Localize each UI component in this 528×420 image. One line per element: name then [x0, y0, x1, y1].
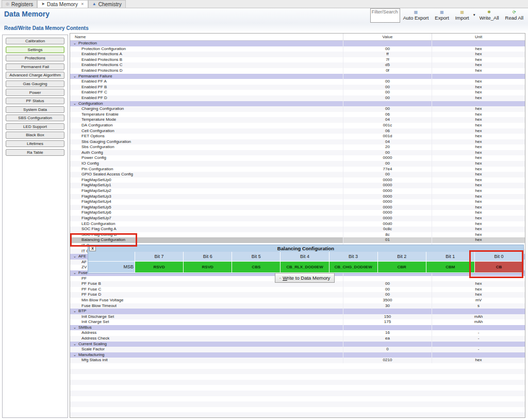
table-row[interactable]: Temperature Mode 04 hex: [70, 117, 525, 123]
bit-cell[interactable]: CBM: [426, 262, 474, 272]
sidebar-category-button[interactable]: Calibration: [6, 38, 64, 44]
chevron-down-icon[interactable]: ▼: [473, 13, 476, 17]
table-row[interactable]: SOC Flag Config A 0c8c hex: [70, 227, 525, 232]
table-row[interactable]: Manufacturing: [70, 352, 525, 358]
toolbar-button[interactable]: ⟳ Read All ▼: [502, 8, 526, 21]
sidebar-category-button[interactable]: Power: [6, 89, 64, 95]
sidebar-category-button[interactable]: System Data: [6, 106, 64, 113]
table-row[interactable]: FlagMapSetUp0 0000 hex: [70, 177, 525, 183]
tab[interactable]: ◎ Registers: [2, 0, 37, 8]
table-row[interactable]: PF Fuse D 00 hex: [70, 292, 525, 298]
bit-cell[interactable]: RSVD: [184, 262, 232, 272]
row-value: ff: [343, 52, 432, 57]
filter-search-input[interactable]: [370, 8, 400, 23]
table-row[interactable]: FET Options 001d hex: [70, 134, 525, 139]
table-row[interactable]: LED Configuration 00d0 hex: [70, 221, 525, 227]
table-row[interactable]: FlagMapSetUp6 0000 hex: [70, 210, 525, 216]
table-row[interactable]: Power Config 0000 hex: [70, 155, 525, 161]
bit-cell[interactable]: RSVD: [135, 262, 183, 272]
table-row[interactable]: Mfg Status init 0210 hex: [70, 358, 525, 363]
toolbar-button[interactable]: ✱ Write_All ▼: [476, 8, 502, 21]
sidebar-category-button[interactable]: PF Status: [6, 98, 64, 104]
row-name: IO Config: [70, 161, 343, 167]
table-row[interactable]: Auth Config 00 hex: [70, 150, 525, 156]
column-header-value[interactable]: Value: [343, 34, 432, 41]
section-subtitle: Read/Write Data Memory Contents: [4, 25, 89, 31]
table-row[interactable]: FlagMapSetUp7 0000 hex: [70, 216, 525, 221]
sidebar-category-button[interactable]: Advanced Charge Algorithm: [6, 72, 64, 78]
row-name: SMBus: [70, 325, 343, 331]
table-row[interactable]: Configuration: [70, 101, 525, 107]
close-icon[interactable]: ✕: [81, 2, 84, 6]
table-row[interactable]: Enabled Protections B 7f hex: [70, 57, 525, 63]
table-row[interactable]: Enabled Protections C d5 hex: [70, 62, 525, 68]
table-row[interactable]: Enabled Protections A ff hex: [70, 52, 525, 57]
write-to-data-memory-button[interactable]: ▪ Write to Data Memory: [275, 273, 335, 283]
table-row[interactable]: Min Blow Fuse Voltage 3500 mV: [70, 298, 525, 303]
table-row[interactable]: Balancing Configuration 01 hex: [70, 237, 525, 243]
sidebar-category-button[interactable]: SBS Configuration: [6, 115, 64, 121]
sidebar-category-button[interactable]: Protections: [6, 55, 64, 61]
table-row[interactable]: Pin Configuration 77e4 hex: [70, 167, 525, 172]
row-unit: -: [432, 347, 525, 352]
table-row[interactable]: Fuse Blow Timeout 30 s: [70, 303, 525, 309]
bit-cell[interactable]: CBS: [232, 262, 280, 272]
bit-cell[interactable]: CBR: [378, 262, 426, 272]
table-row[interactable]: Init Discharge Set 150 mAh: [70, 314, 525, 320]
table-row[interactable]: Scale Factor 0 -: [70, 347, 525, 352]
row-unit: [432, 309, 525, 314]
table-row[interactable]: PF Fuse C 00 hex: [70, 287, 525, 293]
table-row[interactable]: FlagMapSetUp5 0000 hex: [70, 205, 525, 211]
table-row[interactable]: FlagMapSetUp4 0000 hex: [70, 199, 525, 205]
table-row[interactable]: Permanent Failure: [70, 74, 525, 79]
row-value: [343, 74, 432, 79]
column-header-unit[interactable]: Unit: [432, 34, 525, 41]
table-row[interactable]: Current Scaling: [70, 342, 525, 347]
table-row[interactable]: Temperature Enable 06 hex: [70, 112, 525, 118]
table-row[interactable]: Enabled Protections D 0f hex: [70, 68, 525, 74]
toolbar-button[interactable]: ▦ Import ▼: [452, 8, 476, 21]
table-row[interactable]: Enabled PF B 00 hex: [70, 85, 525, 90]
row-unit: hex: [432, 52, 525, 57]
table-row[interactable]: SMBus: [70, 325, 525, 331]
sidebar-category-button[interactable]: Settings: [6, 46, 64, 53]
row-value: 0: [343, 347, 432, 352]
table-row[interactable]: Sbs Configuration 20 hex: [70, 144, 525, 150]
bit-cell[interactable]: CB_CHG_DOD0EW: [329, 262, 377, 272]
table-row[interactable]: FlagMapSetUp2 0000 hex: [70, 188, 525, 194]
table-row[interactable]: Init Charge Set 175 mAh: [70, 319, 525, 325]
table-row[interactable]: GPIO Sealed Access Config 00 hex: [70, 172, 525, 177]
tab[interactable]: ➤ Data Memory ✕: [37, 0, 88, 8]
row-value: 00d0: [343, 221, 432, 227]
sidebar-category-button[interactable]: Lifetimes: [6, 140, 64, 147]
sidebar-category-button[interactable]: Black Box: [6, 132, 64, 138]
row-name: Sbs Configuration: [70, 144, 343, 150]
tab[interactable]: ▲ Chemistry: [88, 0, 126, 8]
row-value: 00: [343, 106, 432, 112]
tab-icon: ◎: [6, 2, 9, 6]
table-row[interactable]: SOC Flag Config B 8c hex: [70, 232, 525, 238]
table-row[interactable]: FlagMapSetUp3 0000 hex: [70, 194, 525, 200]
bit-cell[interactable]: CB_RLX_DOD0EW: [280, 262, 328, 272]
toolbar-button[interactable]: ▦ Export ▼: [432, 8, 452, 21]
table-row[interactable]: Enabled PF A 00 hex: [70, 79, 525, 85]
table-row[interactable]: IO Config 00 hex: [70, 161, 525, 167]
table-row[interactable]: DA Configuration 001c hex: [70, 123, 525, 128]
table-row[interactable]: Enabled PF C 00 hex: [70, 90, 525, 95]
table-row[interactable]: Enabled PF D 00 hex: [70, 95, 525, 101]
table-row[interactable]: Cell Configuration 06 hex: [70, 128, 525, 134]
table-row[interactable]: Address 16 -: [70, 330, 525, 336]
table-row[interactable]: Charging Configuration 00 hex: [70, 106, 525, 112]
column-header-name[interactable]: Name: [70, 34, 343, 41]
sidebar-category-button[interactable]: LED Support: [6, 123, 64, 130]
table-row[interactable]: Protection: [70, 41, 525, 46]
sidebar-category-button[interactable]: Ra Table: [6, 149, 64, 156]
table-row[interactable]: Sbs Gauging Configuration 04 hex: [70, 139, 525, 145]
toolbar-button[interactable]: ▦ Auto Export ▼: [400, 8, 432, 21]
sidebar-category-button[interactable]: Gas Gauging: [6, 80, 64, 87]
table-row[interactable]: FlagMapSetUp1 0000 hex: [70, 183, 525, 188]
table-row[interactable]: Address Check ea -: [70, 336, 525, 342]
table-row[interactable]: BTP: [70, 309, 525, 314]
table-row[interactable]: Protection Configuration 00 hex: [70, 46, 525, 52]
sidebar-category-button[interactable]: Permanent Fail: [6, 63, 64, 70]
